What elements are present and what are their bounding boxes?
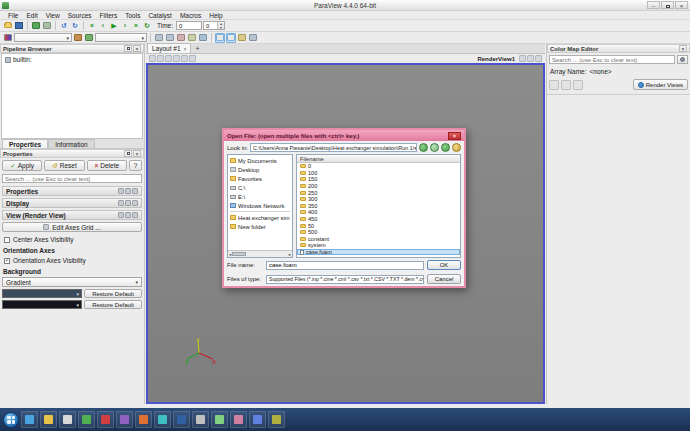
preview-mode-icon[interactable]: [189, 55, 196, 62]
place-c-drive[interactable]: C:\: [228, 183, 292, 192]
menu-help[interactable]: Help: [205, 12, 226, 19]
redo-icon[interactable]: ↻: [70, 21, 80, 31]
file-row[interactable]: 150: [297, 176, 460, 183]
section-display[interactable]: Display: [2, 198, 142, 208]
file-row[interactable]: 500: [297, 229, 460, 236]
file-row[interactable]: 300: [297, 196, 460, 203]
close-dock-icon[interactable]: ×: [133, 45, 141, 52]
float-dock-icon[interactable]: [124, 45, 132, 52]
orientation-axes-visibility-row[interactable]: ✓ Orientation Axes Visibility: [0, 255, 144, 265]
stepper-arrows[interactable]: ▴ ▾: [217, 22, 224, 29]
color-map-icon[interactable]: [3, 33, 13, 43]
place-e-drive[interactable]: E:\: [228, 192, 292, 201]
time-value-field[interactable]: 0: [176, 21, 202, 30]
file-row[interactable]: 0: [297, 163, 460, 170]
loop-icon[interactable]: ↻: [142, 21, 152, 31]
file-row[interactable]: 400: [297, 209, 460, 216]
camera-z-icon[interactable]: [198, 33, 208, 43]
gear-icon[interactable]: [118, 188, 124, 194]
edit-axes-grid-button[interactable]: Edit Axes Grid ...: [2, 222, 142, 232]
camera-y-icon[interactable]: [187, 33, 197, 43]
scroll-left-icon[interactable]: ◂: [229, 252, 231, 257]
paste-icon[interactable]: [132, 188, 138, 194]
dialog-close-icon[interactable]: ×: [448, 132, 461, 140]
close-icon[interactable]: ×: [675, 1, 688, 9]
orientation-axes-toggle-icon[interactable]: [215, 33, 225, 43]
dialog-titlebar[interactable]: Open File: (open multiple files with <ct…: [224, 130, 464, 141]
background-mode-dropdown[interactable]: Gradient ▾: [2, 277, 142, 287]
representation-dropdown[interactable]: ▾: [95, 33, 147, 42]
menu-tools[interactable]: Tools: [121, 12, 144, 19]
help-button[interactable]: ?: [129, 160, 142, 171]
menu-filters[interactable]: Filters: [96, 12, 122, 19]
forward-icon[interactable]: [430, 143, 439, 152]
capture-screenshot-icon[interactable]: [181, 55, 188, 62]
file-row[interactable]: 350: [297, 203, 460, 210]
maximize-view-icon[interactable]: [519, 55, 526, 62]
back-icon[interactable]: [419, 143, 428, 152]
scroll-right-icon[interactable]: ▸: [289, 252, 291, 257]
choose-preset-icon[interactable]: [549, 80, 559, 90]
paste-icon[interactable]: [132, 212, 138, 218]
copy-icon[interactable]: [125, 188, 131, 194]
split-horizontal-icon[interactable]: [149, 55, 156, 62]
file-row-selected[interactable]: case.foam: [297, 249, 460, 256]
connect-icon[interactable]: [31, 21, 41, 31]
start-button[interactable]: [3, 412, 19, 428]
place-favorites[interactable]: Favorites: [228, 174, 292, 183]
taskbar-app-icon[interactable]: [173, 411, 190, 428]
apply-button[interactable]: ✓Apply: [2, 160, 42, 171]
file-row[interactable]: constant: [297, 236, 460, 243]
menu-sources[interactable]: Sources: [64, 12, 96, 19]
section-properties[interactable]: Properties: [2, 186, 142, 196]
menu-edit[interactable]: Edit: [22, 12, 41, 19]
zoom-to-data-icon[interactable]: [165, 33, 175, 43]
tab-properties[interactable]: Properties: [2, 139, 48, 148]
parent-directory-icon[interactable]: [441, 143, 450, 152]
taskbar-app-icon[interactable]: [59, 411, 76, 428]
lookmark-icon[interactable]: [165, 55, 172, 62]
taskbar-app-icon[interactable]: [78, 411, 95, 428]
split-view-icon[interactable]: [527, 55, 534, 62]
section-view-render-view[interactable]: View (Render View): [2, 210, 142, 220]
taskbar-app-icon[interactable]: [21, 411, 38, 428]
edit-color-map-icon[interactable]: [73, 33, 83, 43]
render-views-button[interactable]: Render Views: [633, 79, 688, 90]
file-row[interactable]: 100: [297, 170, 460, 177]
taskbar-app-icon[interactable]: [135, 411, 152, 428]
menu-macros[interactable]: Macros: [176, 12, 205, 19]
save-data-icon[interactable]: [14, 21, 24, 31]
file-row[interactable]: system: [297, 242, 460, 249]
copy-icon[interactable]: [125, 212, 131, 218]
close-layout-icon[interactable]: ×: [184, 46, 187, 52]
save-preset-icon[interactable]: [561, 80, 571, 90]
taskbar-app-icon[interactable]: [154, 411, 171, 428]
place-desktop[interactable]: Desktop: [228, 165, 292, 174]
close-view-icon[interactable]: [535, 55, 542, 62]
first-frame-icon[interactable]: «: [87, 21, 97, 31]
cme-search-input[interactable]: [549, 55, 675, 64]
taskbar-app-icon[interactable]: [97, 411, 114, 428]
place-new-folder[interactable]: New folder: [228, 222, 292, 231]
file-row[interactable]: 200: [297, 183, 460, 190]
create-folder-icon[interactable]: [452, 143, 461, 152]
places-horizontal-scrollbar[interactable]: ◂ ▸: [228, 250, 292, 257]
reset-button[interactable]: ↺Reset: [44, 160, 84, 171]
undo-icon[interactable]: ↺: [59, 21, 69, 31]
time-index-stepper[interactable]: 0 ▴ ▾: [203, 21, 225, 30]
tab-layout-1[interactable]: Layout #1 ×: [147, 43, 191, 53]
reset-camera-icon[interactable]: [154, 33, 164, 43]
place-windows-network[interactable]: Windows Network: [228, 201, 292, 210]
play-icon[interactable]: ▶: [109, 21, 119, 31]
close-dock-icon[interactable]: ×: [679, 45, 687, 52]
place-my-documents[interactable]: My Documents: [228, 156, 292, 165]
file-row[interactable]: 50: [297, 222, 460, 229]
taskbar-app-icon[interactable]: [192, 411, 209, 428]
color2-swatch-button[interactable]: ▾: [2, 300, 82, 309]
menu-file[interactable]: File: [4, 12, 22, 19]
taskbar-app-icon[interactable]: [249, 411, 266, 428]
look-in-dropdown[interactable]: C:\Users\Anna Piesanie\Desktop\Heat exch…: [250, 143, 417, 152]
checkbox-checked-icon[interactable]: ✓: [4, 258, 10, 264]
file-row[interactable]: 450: [297, 216, 460, 223]
ruler-icon[interactable]: [237, 33, 247, 43]
